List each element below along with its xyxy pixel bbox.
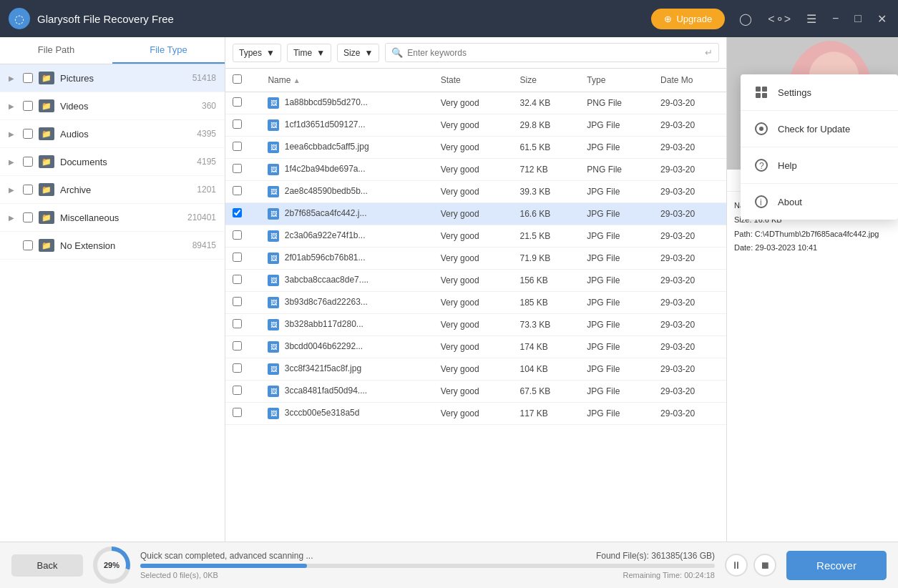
dropdown-item-check-update[interactable]: Check for Update (741, 111, 898, 147)
table-row[interactable]: 🖼 3cc8f3421f5ac8f.jpg Very good 104 KB J… (225, 358, 726, 381)
row-size: 117 KB (512, 403, 580, 425)
checkbox-archive[interactable] (23, 185, 33, 195)
row-size: 104 KB (512, 358, 580, 381)
row-checkbox[interactable] (233, 297, 242, 306)
row-checkbox[interactable] (233, 230, 242, 240)
row-checkbox[interactable] (233, 97, 242, 107)
sidebar-item-archive[interactable]: ▶ 📁 Archive 1201 (0, 176, 225, 204)
minimize-icon[interactable]: − (829, 9, 841, 28)
checkbox-documents[interactable] (23, 157, 33, 167)
row-checkbox[interactable] (233, 386, 242, 395)
types-filter[interactable]: Types ▼ (233, 44, 281, 62)
search-input[interactable] (407, 48, 701, 58)
row-size: 67.5 KB (512, 381, 580, 403)
tab-filetype[interactable]: File Type (112, 37, 225, 64)
table-row[interactable]: 🖼 3abcba8ccaac8de7.... Very good 156 KB … (225, 270, 726, 292)
row-date: 29-03-20 (653, 137, 726, 159)
row-size: 39.3 KB (512, 181, 580, 203)
row-checkbox[interactable] (233, 142, 242, 151)
item-count-archive: 1201 (197, 185, 216, 195)
table-row[interactable]: 🖼 3b328abb117d280... Very good 73.3 KB J… (225, 314, 726, 336)
recover-button[interactable]: Recover (786, 551, 887, 580)
tab-filepath[interactable]: File Path (0, 37, 112, 64)
row-state: Very good (434, 248, 513, 270)
table-row[interactable]: 🖼 1a88bbcd59b5d270... Very good 32.4 KB … (225, 92, 726, 114)
back-button[interactable]: Back (11, 554, 83, 577)
stop-button[interactable]: ⏹ (753, 554, 776, 577)
row-checkbox[interactable] (233, 208, 242, 217)
col-type[interactable]: Type (580, 69, 653, 92)
table-row[interactable]: 🖼 1cf1d3651d509127... Very good 29.8 KB … (225, 114, 726, 137)
table-row[interactable]: 🖼 1f4c2ba94bde697a... Very good 712 KB P… (225, 159, 726, 181)
folder-icon-audios: 📁 (39, 127, 54, 140)
table-row[interactable]: 🖼 3b93d8c76ad22263... Very good 185 KB J… (225, 292, 726, 314)
col-name[interactable]: Name ▲ (260, 69, 433, 92)
found-value: 361385(136 GB) (651, 551, 715, 561)
maximize-icon[interactable]: □ (851, 9, 864, 28)
row-checkbox-cell (225, 92, 260, 114)
item-name-documents: Documents (60, 157, 197, 167)
table-row[interactable]: 🖼 3bcdd0046b62292... Very good 174 KB JP… (225, 336, 726, 358)
close-icon[interactable]: ✕ (874, 9, 889, 29)
row-state: Very good (434, 137, 513, 159)
row-checkbox[interactable] (233, 275, 242, 284)
pause-button[interactable]: ⏸ (725, 554, 748, 577)
upgrade-button[interactable]: ⊕ Upgrade (651, 9, 725, 29)
table-row[interactable]: 🖼 2b7f685aca4fc442.j... Very good 16.6 K… (225, 203, 726, 225)
checkbox-noext[interactable] (23, 240, 33, 250)
sidebar-item-miscellaneous[interactable]: ▶ 📁 Miscellaneous 210401 (0, 204, 225, 232)
sidebar: File Path File Type ▶ 📁 Pictures 51418 ▶… (0, 37, 225, 542)
sidebar-item-videos[interactable]: ▶ 📁 Videos 360 (0, 92, 225, 120)
dropdown-item-help[interactable]: ? Help (741, 147, 898, 184)
sidebar-item-audios[interactable]: ▶ 📁 Audios 4395 (0, 120, 225, 148)
checkbox-misc[interactable] (23, 212, 33, 222)
row-checkbox-cell (225, 292, 260, 314)
row-checkbox[interactable] (233, 363, 242, 373)
row-checkbox[interactable] (233, 319, 242, 328)
row-type: JPG File (580, 270, 653, 292)
share-icon[interactable]: <⚬> (765, 9, 794, 29)
table-row[interactable]: 🖼 3cca8481fad50d94.... Very good 67.5 KB… (225, 381, 726, 403)
row-checkbox[interactable] (233, 164, 242, 173)
file-table: Name ▲ State Size Type Date Mo 🖼 1a88bbc… (225, 69, 726, 542)
titlebar: ◌ Glarysoft File Recovery Free ⊕ Upgrade… (0, 0, 898, 37)
table-row[interactable]: 🖼 2ae8c48590bedb5b... Very good 39.3 KB … (225, 181, 726, 203)
sidebar-item-pictures[interactable]: ▶ 📁 Pictures 51418 (0, 64, 225, 92)
account-icon[interactable]: ◯ (736, 9, 755, 29)
col-size[interactable]: Size (512, 69, 580, 92)
upgrade-label: Upgrade (676, 14, 712, 24)
row-size: 32.4 KB (512, 92, 580, 114)
row-checkbox[interactable] (233, 186, 242, 195)
file-icon: 🖼 (268, 142, 279, 153)
sidebar-item-documents[interactable]: ▶ 📁 Documents 4195 (0, 148, 225, 176)
file-icon: 🖼 (268, 119, 279, 131)
time-filter[interactable]: Time ▼ (287, 44, 331, 62)
checkbox-audios[interactable] (23, 129, 33, 139)
row-checkbox[interactable] (233, 408, 242, 417)
size-chevron-icon: ▼ (364, 48, 373, 58)
row-date: 29-03-20 (653, 336, 726, 358)
row-checkbox[interactable] (233, 119, 242, 129)
row-checkbox[interactable] (233, 341, 242, 351)
row-date: 29-03-20 (653, 159, 726, 181)
menu-icon[interactable]: ☰ (804, 9, 819, 29)
row-checkbox[interactable] (233, 253, 242, 262)
table-row[interactable]: 🖼 1eea6cbbadc5aff5.jpg Very good 61.5 KB… (225, 137, 726, 159)
dropdown-item-settings[interactable]: Settings (741, 74, 898, 111)
size-filter[interactable]: Size ▼ (337, 44, 379, 62)
table-row[interactable]: 🖼 3cccb00e5e318a5d Very good 117 KB JPG … (225, 403, 726, 425)
row-type: JPG File (580, 403, 653, 425)
col-date[interactable]: Date Mo (653, 69, 726, 92)
dropdown-item-about[interactable]: i About (741, 184, 898, 220)
select-all-checkbox[interactable] (233, 74, 242, 84)
col-state[interactable]: State (434, 69, 513, 92)
table-row[interactable]: 🖼 2c3a06a922e74f1b... Very good 21.5 KB … (225, 225, 726, 248)
row-checkbox-cell (225, 336, 260, 358)
sidebar-tabs: File Path File Type (0, 37, 225, 64)
item-count-videos: 360 (202, 101, 216, 111)
checkbox-videos[interactable] (23, 101, 33, 111)
checkbox-pictures[interactable] (23, 73, 33, 83)
table-row[interactable]: 🖼 2f01ab596cb76b81... Very good 71.9 KB … (225, 248, 726, 270)
sidebar-item-noext[interactable]: ▶ 📁 No Extension 89415 (0, 232, 225, 260)
row-name: 🖼 1a88bbcd59b5d270... (260, 92, 433, 114)
